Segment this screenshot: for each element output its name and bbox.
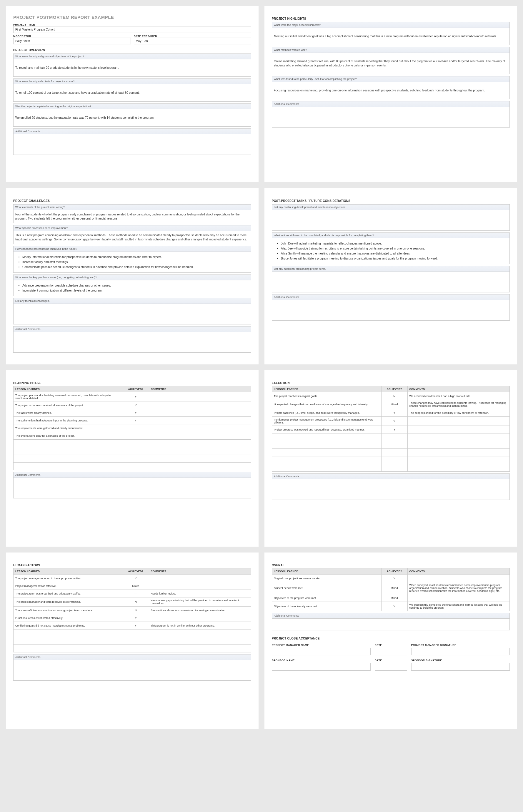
table-cell[interactable] [381, 464, 408, 472]
sponsor-name-field[interactable] [272, 663, 371, 671]
table-cell[interactable] [14, 440, 123, 447]
highlights-addl-field[interactable] [272, 107, 510, 128]
table-cell[interactable]: These changes may have contributed to st… [408, 400, 509, 409]
table-cell[interactable]: Functional areas collaborated effectivel… [14, 614, 123, 622]
table-cell[interactable]: Y [123, 622, 149, 629]
overview-a1[interactable]: To recruit and maintain 20 graduate stud… [13, 59, 251, 77]
table-cell[interactable] [14, 462, 123, 470]
table-cell[interactable]: There was efficient communication among … [14, 607, 123, 614]
table-cell[interactable] [149, 392, 251, 401]
date-prepared-field[interactable]: May 12th [134, 38, 252, 44]
table-cell[interactable] [14, 629, 123, 637]
table-cell[interactable] [272, 464, 381, 472]
table-cell[interactable] [408, 417, 509, 426]
table-cell[interactable]: N [381, 392, 408, 400]
table-cell[interactable]: Y [123, 392, 149, 401]
table-cell[interactable] [408, 426, 509, 433]
table-cell[interactable]: Conflicting goals did not cause interdep… [14, 622, 123, 629]
table-cell[interactable] [272, 456, 381, 464]
table-cell[interactable] [408, 594, 509, 602]
table-cell[interactable] [381, 456, 408, 464]
postproj-a2[interactable]: John Doe will adjust marketing materials… [272, 238, 510, 264]
table-cell[interactable]: N [123, 598, 149, 607]
table-cell[interactable] [149, 645, 251, 653]
table-cell[interactable] [123, 462, 149, 470]
table-cell[interactable] [14, 637, 123, 645]
table-cell[interactable]: Y [123, 409, 149, 417]
table-cell[interactable] [123, 447, 149, 455]
table-cell[interactable]: Objectives of the university were met. [272, 602, 381, 611]
postproj-a1[interactable] [272, 210, 510, 231]
table-cell[interactable] [123, 424, 149, 432]
table-cell[interactable]: Y [381, 602, 408, 611]
table-cell[interactable]: Y [123, 417, 149, 424]
project-title-field[interactable]: First Master's Program Cohort [13, 26, 251, 33]
table-cell[interactable]: Unexpected changes that occurred were of… [272, 400, 381, 409]
table-cell[interactable]: Y [381, 426, 408, 433]
highlights-a1[interactable]: Meeting our initial enrollment goal was … [272, 28, 510, 45]
challenges-a4[interactable]: Advance preparation for possible schedul… [13, 280, 251, 296]
overview-a2[interactable]: To enroll 100 percent of our target coho… [13, 84, 251, 102]
table-cell[interactable] [14, 645, 123, 653]
table-cell[interactable] [14, 447, 123, 455]
table-cell[interactable]: Project baselines (i.e., time, scope, an… [272, 409, 381, 417]
table-cell[interactable]: Objectives of the program were met. [272, 594, 381, 602]
table-cell[interactable] [149, 447, 251, 455]
table-cell[interactable] [149, 417, 251, 424]
table-cell[interactable]: Y [381, 574, 408, 582]
table-cell[interactable] [149, 440, 251, 447]
table-cell[interactable] [149, 424, 251, 432]
table-cell[interactable] [408, 456, 509, 464]
table-cell[interactable]: The budget planned for the possibility o… [408, 409, 509, 417]
table-cell[interactable]: The requirements were gathered and clear… [14, 424, 123, 432]
table-cell[interactable] [149, 582, 251, 590]
table-cell[interactable]: The criteria were clear for all phases o… [14, 432, 123, 440]
table-cell[interactable]: Student needs were met. [272, 582, 381, 594]
challenges-a1[interactable]: Four of the students who left the progra… [13, 210, 251, 223]
challenges-a2[interactable]: This is a new program combining academic… [13, 231, 251, 244]
human-addl-field[interactable] [13, 660, 251, 681]
table-cell[interactable] [381, 441, 408, 449]
table-cell[interactable] [149, 574, 251, 582]
table-cell[interactable]: — [123, 590, 149, 598]
table-cell[interactable]: The project manager and team received pr… [14, 598, 123, 607]
table-cell[interactable]: The project manager reported to the appr… [14, 574, 123, 582]
table-cell[interactable]: The stakeholders had adequate input in t… [14, 417, 123, 424]
table-cell[interactable] [149, 455, 251, 462]
table-cell[interactable]: We achieved enrollment but had a high dr… [408, 392, 509, 400]
postproj-addl-field[interactable] [272, 300, 510, 321]
table-cell[interactable] [408, 433, 509, 441]
table-cell[interactable]: Y [381, 417, 408, 426]
pm-date-field[interactable] [375, 648, 407, 655]
table-cell[interactable]: Y [123, 614, 149, 622]
overall-addl-field[interactable] [272, 619, 510, 630]
moderator-field[interactable]: Sally Smith [13, 38, 131, 44]
pm-sig-field[interactable] [411, 648, 510, 655]
table-cell[interactable] [149, 409, 251, 417]
table-cell[interactable]: We now see gaps in training that will be… [149, 598, 251, 607]
table-cell[interactable] [149, 629, 251, 637]
table-cell[interactable] [123, 645, 149, 653]
table-cell[interactable] [408, 574, 509, 582]
table-cell[interactable]: When surveyed, most students recommended… [408, 582, 509, 594]
table-cell[interactable]: The project team was organized and adequ… [14, 590, 123, 598]
execution-addl-field[interactable] [272, 479, 510, 500]
table-cell[interactable]: The project schedule contained all eleme… [14, 401, 123, 409]
table-cell[interactable] [149, 637, 251, 645]
table-cell[interactable] [408, 441, 509, 449]
table-cell[interactable] [123, 637, 149, 645]
table-cell[interactable]: The project reached its original goals. [272, 392, 381, 400]
table-cell[interactable]: Mixed [123, 582, 149, 590]
table-cell[interactable] [149, 614, 251, 622]
pm-name-field[interactable] [272, 648, 371, 655]
overview-addl-field[interactable] [13, 134, 251, 155]
table-cell[interactable]: Y [123, 574, 149, 582]
table-cell[interactable]: Y [381, 409, 408, 417]
overview-a3[interactable]: We enrolled 20 students, but the graduat… [13, 109, 251, 127]
highlights-a2[interactable]: Online marketing showed greatest returns… [272, 53, 510, 74]
challenges-a5[interactable] [13, 304, 251, 324]
table-cell[interactable]: Project management was effective. [14, 582, 123, 590]
table-cell[interactable]: N [123, 607, 149, 614]
table-cell[interactable] [272, 449, 381, 456]
table-cell[interactable]: Needs further review. [149, 590, 251, 598]
